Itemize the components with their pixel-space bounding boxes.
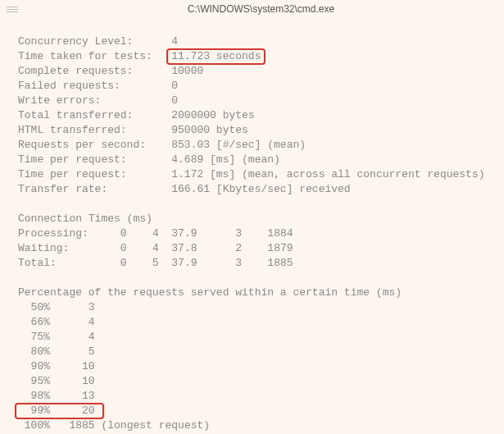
row-rps: Requests per second: 853.03 [#/sec] (mea… (18, 139, 306, 151)
row-p80: 80% 5 (18, 345, 95, 358)
conn-times-header: Connection Times (ms) (18, 212, 152, 225)
row-tpr2: Time per request: 1.172 [ms] (mean, acro… (18, 168, 485, 180)
row-write-errors: Write errors: 0 (18, 94, 178, 107)
row-waiting: Waiting: 0 4 37.8 2 1879 (18, 242, 293, 254)
row-processing: Processing: 0 4 37.9 3 1884 (18, 227, 293, 240)
row-complete: Complete requests: 10000 (18, 65, 203, 77)
row-time-taken: Time taken for tests: 11.723 seconds (18, 50, 261, 62)
row-tpr1: Time per request: 4.689 [ms] (mean) (18, 153, 280, 166)
row-html-transferred: HTML transferred: 950000 bytes (18, 124, 248, 136)
row-total: Total: 0 5 37.9 3 1885 (18, 257, 293, 269)
menu-icon[interactable] (7, 3, 18, 15)
row-p66: 66% 4 (18, 316, 95, 328)
terminal-output: Concurrency Level: 4 Time taken for test… (0, 18, 504, 433)
highlight-time-taken: 11.723 seconds (166, 48, 266, 65)
row-total-transferred: Total transferred: 2000000 bytes (18, 109, 255, 121)
row-p50: 50% 3 (18, 301, 95, 313)
row-p90: 90% 10 (18, 360, 95, 372)
row-p98: 98% 13 (18, 390, 95, 402)
row-p75: 75% 4 (18, 331, 95, 343)
row-p99: 99% 20 (18, 404, 101, 417)
row-transfer: Transfer rate: 166.61 [Kbytes/sec] recei… (18, 183, 351, 195)
row-p95: 95% 10 (18, 375, 95, 387)
percentiles-header: Percentage of the requests served within… (18, 286, 402, 299)
window-title: C:\WINDOWS\system32\cmd.exe (25, 3, 497, 15)
row-failed: Failed requests: 0 (18, 80, 178, 92)
title-bar: C:\WINDOWS\system32\cmd.exe (0, 0, 504, 18)
highlight-p99: 99% 20 (15, 403, 104, 419)
row-concurrency: Concurrency Level: 4 (18, 35, 178, 48)
row-p100: 100% 1885 (longest request) (18, 419, 210, 432)
